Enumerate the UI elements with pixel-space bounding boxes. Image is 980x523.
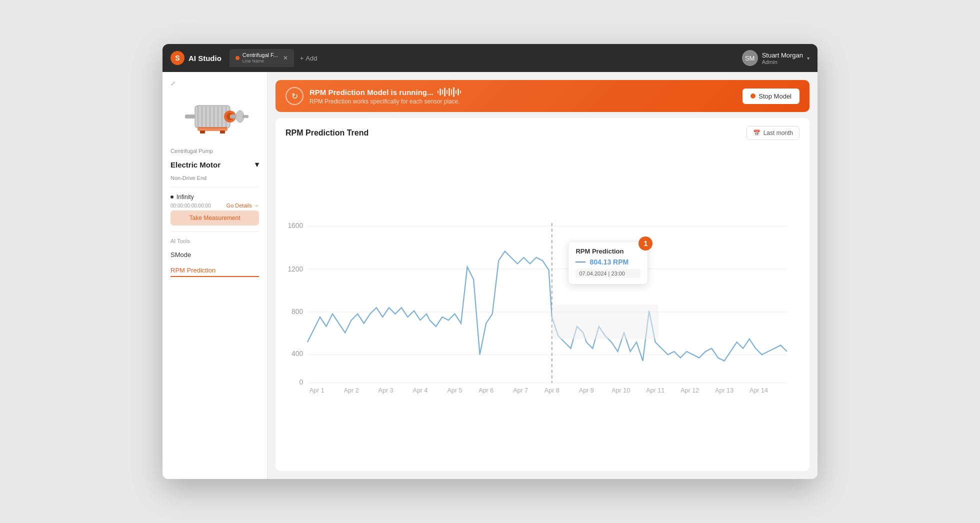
svg-text:400: 400 bbox=[292, 350, 303, 358]
tooltip-title: RPM Prediction bbox=[576, 248, 640, 255]
machine-name: Electric Motor ▾ bbox=[170, 160, 259, 169]
sensor-section: Infinity 00:00:00:00:00:00 Go Details → … bbox=[170, 194, 259, 226]
ai-tools-label: AI Tools bbox=[170, 238, 259, 244]
svg-rect-43 bbox=[552, 304, 658, 339]
machine-chevron-icon[interactable]: ▾ bbox=[255, 160, 259, 169]
svg-text:Apr 8: Apr 8 bbox=[544, 387, 560, 394]
banner-left: ↻ RPM Prediction Model is running... bbox=[286, 87, 461, 105]
chart-area: 1600 1200 800 400 0 bbox=[286, 146, 800, 463]
tab-sub: Line Name bbox=[242, 58, 278, 64]
svg-text:1200: 1200 bbox=[288, 266, 303, 273]
logo-area: S AI Studio bbox=[170, 51, 222, 65]
svg-text:Apr 6: Apr 6 bbox=[478, 387, 494, 394]
tooltip-line-indicator bbox=[576, 262, 586, 262]
svg-text:Apr 13: Apr 13 bbox=[715, 387, 734, 394]
main-tab[interactable]: Centrifugal F... Line Name ✕ bbox=[230, 49, 294, 67]
tab-close-icon[interactable]: ✕ bbox=[283, 54, 288, 62]
tab-text-group: Centrifugal F... Line Name bbox=[242, 52, 278, 64]
take-measurement-button[interactable]: Take Measurement bbox=[170, 210, 259, 226]
tooltip-value: 804.13 RPM bbox=[590, 258, 628, 266]
user-name: Stuart Morgan bbox=[762, 52, 803, 59]
tooltip-value-row: 804.13 RPM bbox=[576, 258, 640, 266]
sensor-time: 00:00:00:00:00:00 bbox=[170, 203, 211, 208]
tooltip-date: 07.04.2024 | 23:00 bbox=[576, 269, 640, 278]
machine-sub: Non-Drive End bbox=[170, 175, 259, 181]
chart-card: RPM Prediction Trend 📅 Last month 1600 1… bbox=[276, 118, 810, 471]
machine-label: Centrifugal Pump bbox=[170, 148, 259, 154]
header-right: SM Stuart Morgan Admin ▾ bbox=[742, 50, 810, 66]
svg-rect-4 bbox=[209, 106, 211, 128]
sensor-actions: 00:00:00:00:00:00 Go Details → bbox=[170, 202, 259, 208]
user-info: Stuart Morgan Admin bbox=[762, 52, 803, 65]
sidebar-divider-1 bbox=[170, 187, 259, 188]
svg-rect-16 bbox=[200, 130, 205, 134]
sensor-name: Infinity bbox=[170, 194, 259, 200]
stop-model-button[interactable]: Stop Model bbox=[742, 88, 800, 104]
svg-rect-6 bbox=[217, 106, 219, 128]
svg-text:Apr 7: Apr 7 bbox=[513, 387, 528, 394]
tab-name: Centrifugal F... bbox=[242, 52, 278, 58]
svg-rect-11 bbox=[185, 114, 195, 118]
add-tab-label: Add bbox=[306, 54, 317, 62]
svg-text:Apr 12: Apr 12 bbox=[680, 387, 699, 394]
svg-rect-17 bbox=[220, 130, 225, 134]
machine-image bbox=[175, 93, 255, 138]
svg-text:Apr 14: Apr 14 bbox=[750, 387, 768, 394]
date-filter-button[interactable]: 📅 Last month bbox=[746, 126, 800, 140]
sidebar-item-smode[interactable]: SMode bbox=[170, 250, 259, 260]
sidebar-item-rpm-prediction[interactable]: RPM Prediction bbox=[170, 266, 259, 277]
banner-title: RPM Prediction Model is running... bbox=[310, 87, 461, 97]
stop-icon bbox=[750, 94, 756, 98]
svg-text:Apr 10: Apr 10 bbox=[612, 387, 630, 394]
user-role: Admin bbox=[762, 59, 803, 65]
avatar: SM bbox=[742, 50, 758, 66]
logo-icon: S bbox=[170, 51, 184, 65]
expand-icon[interactable]: ⤢ bbox=[170, 80, 176, 87]
right-panel: ↻ RPM Prediction Model is running... bbox=[268, 72, 818, 479]
banner-icon: ↻ bbox=[286, 87, 304, 105]
chart-tooltip: RPM Prediction 804.13 RPM 07.04.2024 | 2… bbox=[568, 241, 648, 284]
sidebar: ⤢ bbox=[162, 72, 268, 479]
waveform-icon bbox=[438, 87, 462, 97]
svg-text:Apr 4: Apr 4 bbox=[413, 387, 428, 394]
svg-text:Apr 11: Apr 11 bbox=[646, 387, 664, 394]
app-title: AI Studio bbox=[188, 54, 222, 62]
svg-text:Apr 2: Apr 2 bbox=[344, 387, 359, 394]
sidebar-divider-2 bbox=[170, 232, 259, 232]
add-tab-button[interactable]: + Add bbox=[294, 52, 324, 65]
svg-rect-2 bbox=[201, 106, 203, 128]
svg-rect-14 bbox=[242, 115, 248, 118]
svg-text:0: 0 bbox=[299, 378, 303, 386]
svg-text:Apr 3: Apr 3 bbox=[378, 387, 394, 394]
svg-rect-7 bbox=[221, 106, 223, 128]
svg-text:Apr 9: Apr 9 bbox=[579, 387, 594, 394]
sensor-dot bbox=[170, 196, 174, 198]
svg-text:Apr 1: Apr 1 bbox=[310, 387, 324, 394]
chevron-down-icon[interactable]: ▾ bbox=[807, 56, 810, 61]
date-filter-label: Last month bbox=[764, 130, 793, 136]
model-banner: ↻ RPM Prediction Model is running... bbox=[276, 80, 810, 112]
app-header: S AI Studio Centrifugal F... Line Name ✕… bbox=[162, 44, 818, 72]
svg-rect-15 bbox=[198, 127, 228, 131]
calendar-icon: 📅 bbox=[753, 130, 760, 136]
svg-rect-3 bbox=[205, 106, 207, 128]
plus-icon: + bbox=[300, 54, 304, 62]
tab-dot bbox=[236, 56, 240, 60]
chart-svg: 1600 1200 800 400 0 bbox=[286, 146, 800, 463]
chart-title: RPM Prediction Trend bbox=[286, 128, 368, 138]
svg-text:1600: 1600 bbox=[288, 222, 303, 230]
svg-text:800: 800 bbox=[292, 308, 303, 316]
main-content: ⤢ bbox=[162, 72, 818, 479]
chart-header: RPM Prediction Trend 📅 Last month bbox=[286, 126, 800, 140]
banner-subtitle: RPM Prediction works specifically for ea… bbox=[310, 98, 461, 105]
banner-text-group: RPM Prediction Model is running... bbox=[310, 87, 461, 105]
svg-text:Apr 5: Apr 5 bbox=[448, 387, 462, 394]
svg-rect-1 bbox=[197, 106, 199, 128]
tab-area: Centrifugal F... Line Name ✕ + Add bbox=[230, 49, 742, 67]
go-details-link[interactable]: Go Details → bbox=[226, 202, 259, 208]
svg-rect-5 bbox=[213, 106, 215, 128]
